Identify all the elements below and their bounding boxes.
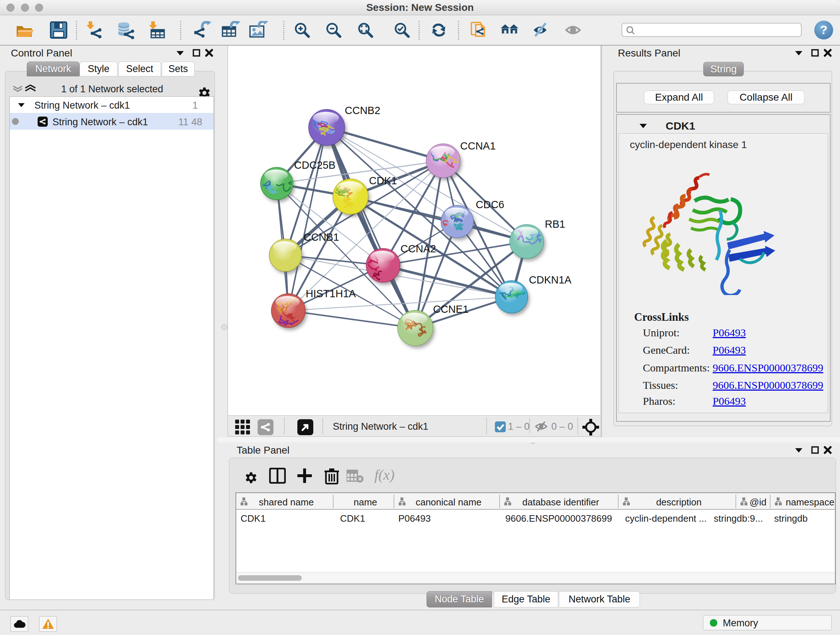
svg-text:CCNA1: CCNA1 bbox=[460, 140, 496, 152]
svg-text:HIST1H1A: HIST1H1A bbox=[306, 288, 356, 299]
svg-text:CCNE1: CCNE1 bbox=[433, 303, 469, 315]
svg-text:CDKN1A: CDKN1A bbox=[529, 274, 572, 286]
svg-text:CDC6: CDC6 bbox=[476, 199, 504, 211]
svg-text:CCNB2: CCNB2 bbox=[345, 105, 380, 116]
svg-text:RB1: RB1 bbox=[545, 218, 565, 230]
svg-text:CCNA2: CCNA2 bbox=[401, 243, 436, 255]
svg-text:CDK1: CDK1 bbox=[369, 175, 397, 187]
svg-text:?: ? bbox=[820, 23, 828, 36]
svg-text:CCNB1: CCNB1 bbox=[303, 231, 339, 243]
svg-text:CDC25B: CDC25B bbox=[294, 159, 335, 171]
